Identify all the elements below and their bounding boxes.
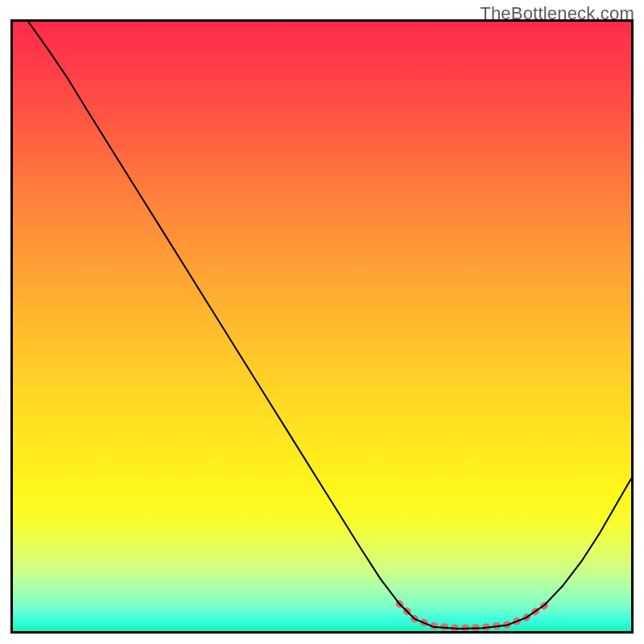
plot-area: [10, 19, 634, 634]
optimal-zone-line: [399, 604, 544, 628]
chart-container: TheBottleneck.com: [0, 0, 644, 644]
chart-overlay: [13, 22, 631, 631]
curve-line: [28, 22, 631, 629]
